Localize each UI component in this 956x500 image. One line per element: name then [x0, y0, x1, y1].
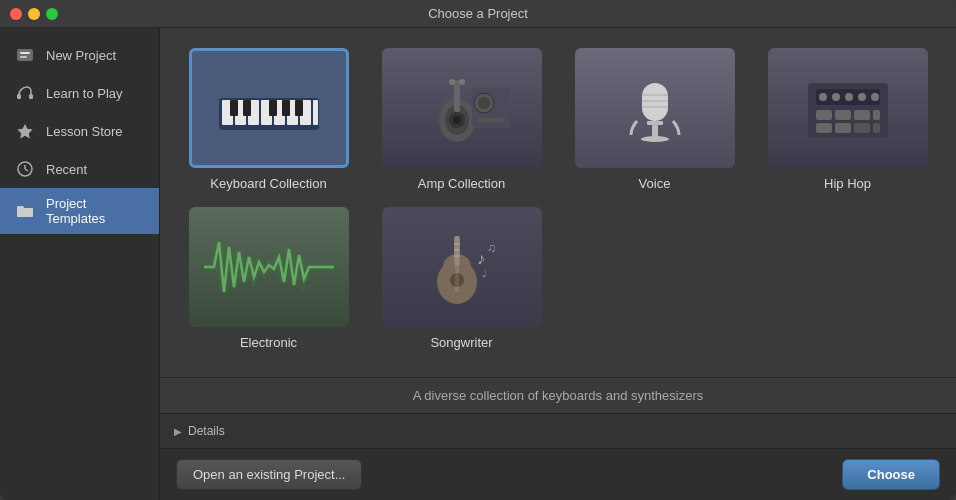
svg-marker-5 [17, 124, 32, 138]
svg-text:♪: ♪ [477, 250, 485, 267]
hip-hop-icon [768, 48, 928, 168]
close-button[interactable] [10, 8, 22, 20]
svg-point-59 [450, 273, 464, 287]
svg-rect-38 [647, 121, 663, 125]
songwriter-icon: ♪ ♫ ♩ [382, 207, 542, 327]
template-electronic[interactable]: Electronic [180, 207, 357, 350]
svg-rect-46 [873, 110, 880, 120]
svg-rect-60 [454, 236, 460, 266]
description-bar: A diverse collection of keyboards and sy… [160, 377, 956, 413]
sidebar-label-project-templates: Project Templates [46, 196, 145, 226]
hip-hop-label: Hip Hop [824, 176, 871, 191]
svg-rect-47 [816, 123, 832, 133]
traffic-lights [10, 8, 58, 20]
svg-rect-3 [17, 94, 21, 99]
svg-rect-44 [835, 110, 851, 120]
svg-rect-50 [873, 123, 880, 133]
svg-point-55 [871, 93, 879, 101]
details-arrow-icon: ▶ [174, 426, 182, 437]
template-songwriter[interactable]: ♪ ♫ ♩ Songwriter [373, 207, 550, 350]
amp-collection-label: Amp Collection [418, 176, 505, 191]
folder-icon [14, 200, 36, 222]
bottom-bar: Open an existing Project... Choose [160, 448, 956, 500]
template-amp-collection[interactable]: Amp Collection [373, 48, 550, 191]
template-hip-hop[interactable]: Hip Hop [759, 48, 936, 191]
svg-line-8 [25, 169, 28, 171]
sidebar-item-learn-to-play[interactable]: Learn to Play [0, 74, 159, 112]
voice-label: Voice [639, 176, 671, 191]
minimize-button[interactable] [28, 8, 40, 20]
svg-point-26 [453, 116, 461, 124]
sidebar-item-new-project[interactable]: New Project [0, 36, 159, 74]
sidebar: New Project Learn to Play Lesson Store [0, 28, 160, 500]
sidebar-item-recent[interactable]: Recent [0, 150, 159, 188]
details-bar[interactable]: ▶ Details [160, 413, 956, 448]
svg-rect-21 [282, 100, 290, 116]
titlebar: Choose a Project [0, 0, 956, 28]
svg-rect-48 [835, 123, 851, 133]
svg-text:♫: ♫ [487, 241, 496, 255]
svg-point-51 [819, 93, 827, 101]
svg-point-32 [478, 97, 490, 109]
svg-rect-22 [295, 100, 303, 116]
template-keyboard-collection[interactable]: Keyboard Collection [180, 48, 357, 191]
headphone-icon [14, 82, 36, 104]
details-label: Details [188, 424, 225, 438]
template-grid-area: Keyboard Collection [160, 28, 956, 377]
svg-rect-34 [642, 83, 668, 121]
star-icon [14, 120, 36, 142]
clock-icon [14, 158, 36, 180]
keyboard-collection-icon [189, 48, 349, 168]
electronic-icon [189, 207, 349, 327]
voice-icon [575, 48, 735, 168]
svg-point-28 [449, 79, 455, 85]
svg-rect-20 [269, 100, 277, 116]
content-area: Keyboard Collection [160, 28, 956, 500]
svg-rect-2 [20, 56, 27, 58]
maximize-button[interactable] [46, 8, 58, 20]
electronic-label: Electronic [240, 335, 297, 350]
svg-point-54 [858, 93, 866, 101]
sidebar-label-learn-to-play: Learn to Play [46, 86, 123, 101]
template-voice[interactable]: Voice [566, 48, 743, 191]
sidebar-label-lesson-store: Lesson Store [46, 124, 123, 139]
svg-text:♩: ♩ [482, 268, 487, 279]
music-note-icon [14, 44, 36, 66]
sidebar-item-project-templates[interactable]: Project Templates [0, 188, 159, 234]
main-layout: New Project Learn to Play Lesson Store [0, 28, 956, 500]
sidebar-item-lesson-store[interactable]: Lesson Store [0, 112, 159, 150]
open-project-button[interactable]: Open an existing Project... [176, 459, 362, 490]
svg-rect-1 [20, 52, 30, 54]
choose-button[interactable]: Choose [842, 459, 940, 490]
window-title: Choose a Project [428, 6, 528, 21]
songwriter-label: Songwriter [430, 335, 492, 350]
svg-point-53 [845, 93, 853, 101]
sidebar-label-new-project: New Project [46, 48, 116, 63]
svg-rect-17 [313, 100, 318, 125]
svg-rect-0 [17, 49, 33, 61]
svg-rect-49 [854, 123, 870, 133]
svg-rect-19 [243, 100, 251, 116]
svg-point-52 [832, 93, 840, 101]
keyboard-collection-label: Keyboard Collection [210, 176, 326, 191]
svg-rect-18 [230, 100, 238, 116]
svg-rect-33 [478, 118, 504, 122]
description-text: A diverse collection of keyboards and sy… [413, 388, 704, 403]
svg-rect-27 [454, 80, 460, 112]
template-grid: Keyboard Collection [180, 48, 936, 350]
svg-point-40 [641, 136, 669, 142]
svg-point-29 [459, 79, 465, 85]
svg-rect-4 [29, 94, 33, 99]
sidebar-label-recent: Recent [46, 162, 87, 177]
svg-rect-43 [816, 110, 832, 120]
amp-collection-icon [382, 48, 542, 168]
svg-rect-45 [854, 110, 870, 120]
